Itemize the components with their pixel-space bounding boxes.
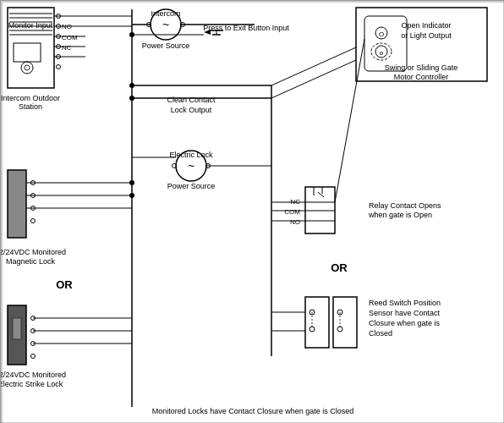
svg-text:Lock Output: Lock Output (171, 106, 212, 114)
svg-text:Power Source: Power Source (167, 182, 216, 190)
svg-point-98 (129, 180, 134, 185)
relay-contact-label: Relay Contact Opens (369, 201, 441, 210)
svg-text:Intercom: Intercom (151, 9, 180, 18)
svg-rect-35 (8, 170, 26, 238)
svg-text:~: ~ (162, 18, 169, 31)
monitor-input-label: Monitor Input (8, 21, 53, 30)
or-label-1: OR (56, 278, 73, 291)
com-label-1: COM (62, 34, 78, 41)
magnetic-lock-label: 12/24VDC Monitored (1, 248, 66, 256)
svg-point-99 (129, 193, 134, 198)
svg-text:Power Source: Power Source (142, 41, 190, 50)
svg-text:Magnetic Lock: Magnetic Lock (6, 257, 56, 266)
electric-strike-label: 12/24VDC Monitored (1, 371, 66, 379)
svg-text:Closure when gate is: Closure when gate is (369, 319, 441, 327)
swing-gate-label: Swing or Sliding Gate (385, 63, 458, 72)
wiring-diagram: Monitor Input NO COM NC Intercom Outdoor… (0, 0, 504, 423)
svg-text:o: o (380, 49, 384, 57)
svg-point-88 (129, 32, 134, 37)
or-label-2: OR (331, 261, 348, 274)
svg-text:Electric Lock: Electric Lock (169, 151, 213, 159)
intercom-outdoor-label: Intercom Outdoor (1, 94, 60, 102)
svg-point-96 (129, 83, 134, 88)
svg-text:Electric Strike Lock: Electric Strike Lock (1, 380, 63, 388)
svg-text:Motor Controller: Motor Controller (394, 73, 449, 81)
svg-text:or Light Output: or Light Output (401, 31, 452, 40)
svg-text:Sensor have Contact: Sensor have Contact (369, 309, 441, 317)
svg-text:Closed: Closed (369, 329, 392, 338)
svg-text:O: O (379, 30, 384, 38)
nc-label-1: NC (62, 44, 72, 52)
svg-text:when gate is Open: when gate is Open (368, 211, 432, 219)
no-relay: NO (290, 218, 300, 226)
clean-contact-label: Clean Contact (167, 96, 216, 104)
open-indicator-label-1: Open Indicator (401, 21, 451, 30)
svg-text:Station: Station (19, 102, 42, 111)
reed-switch-label: Reed Switch Position (369, 299, 441, 307)
svg-text:~: ~ (188, 159, 194, 173)
svg-rect-45 (13, 318, 21, 339)
svg-point-97 (129, 96, 134, 101)
monitored-locks-note: Monitored Locks have Contact Closure whe… (152, 407, 354, 415)
com-relay: COM (284, 208, 300, 216)
